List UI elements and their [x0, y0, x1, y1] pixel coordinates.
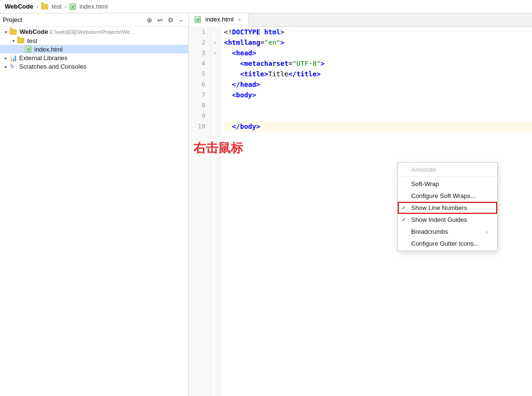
line-num-1: 1 [192, 27, 205, 37]
code-line-10: </body> [224, 121, 532, 132]
editor-area: H index.html × 1 2 3 4 5 6 7 8 9 10 [189, 13, 532, 396]
arrow-icon: › [486, 229, 488, 235]
line-num-7: 7 [192, 90, 205, 100]
line-num-9: 9 [192, 111, 205, 121]
checkmark-line-numbers: ✓ [402, 205, 406, 211]
line-num-2: 2 [192, 37, 205, 48]
expand-webcode[interactable]: ▾ [2, 28, 10, 36]
title-bar: WebCode › test › H index.html [0, 0, 532, 13]
ctx-show-indent-guides[interactable]: ✓ Show Indent Guides [398, 214, 497, 226]
ctx-configure-soft-wraps[interactable]: Configure Soft Wraps... [398, 190, 497, 202]
code-line-5: <title>Title</title> [224, 69, 532, 79]
line-num-3: 3 [192, 48, 205, 58]
breadcrumb-folder[interactable]: test [41, 3, 62, 10]
gutter-6 [211, 79, 220, 90]
expand-placeholder [17, 45, 25, 53]
gutter-9 [211, 111, 220, 121]
code-line-3: <head> [224, 48, 532, 58]
sidebar-item-indexhtml[interactable]: H index.html [0, 45, 188, 53]
fold-arrow-2[interactable]: ▾ [213, 40, 216, 45]
ctx-show-line-numbers-label: Show Line Numbers [411, 204, 467, 211]
sidebar-title: Project [3, 16, 143, 23]
breadcrumb-sep2: › [64, 3, 66, 10]
html-icon-sidebar: H [25, 46, 32, 52]
line-num-6: 6 [192, 79, 205, 90]
scratches-icon: ✎ [10, 63, 16, 70]
ctx-sep1 [398, 177, 497, 177]
code-line-7: <body> [224, 90, 532, 100]
tab-bar: H index.html × [189, 13, 532, 27]
ctx-annotate[interactable]: Annotate [398, 164, 497, 176]
html-icon-tab: H [194, 16, 201, 23]
ctx-annotate-label: Annotate [411, 166, 436, 173]
fold-arrow-3[interactable]: ▾ [213, 51, 216, 56]
ctx-configure-gutter-icons[interactable]: Configure Gutter Icons... [398, 238, 497, 250]
gutter-4 [211, 58, 220, 69]
split-icon[interactable]: ⇌ [156, 16, 164, 24]
sidebar-item-external-libs[interactable]: ▸ 📊 External Libraries [0, 53, 188, 62]
gear-icon[interactable]: ⚙ [166, 16, 175, 24]
expand-test[interactable]: ▾ [10, 37, 17, 44]
context-menu: Annotate Soft-Wrap Configure Soft Wraps.… [397, 162, 498, 251]
ctx-configure-gutter-icons-label: Configure Gutter Icons... [411, 240, 479, 247]
line-num-5: 5 [192, 69, 205, 79]
ctx-breadcrumbs-label: Breadcrumbs [411, 228, 448, 235]
ctx-show-line-numbers[interactable]: ✓ Show Line Numbers [398, 202, 497, 214]
line-num-8: 8 [192, 100, 205, 111]
breadcrumb-folder-label: test [52, 3, 62, 10]
sidebar-item-scratches[interactable]: ▸ ✎ Scratches and Consoles [0, 62, 188, 71]
app-name: WebCode [5, 3, 33, 10]
folder-icon [41, 4, 48, 10]
sidebar-item-test[interactable]: ▾ test [0, 36, 188, 45]
main-area: Project ⊕ ⇌ ⚙ – ▾ WebCode E:\web前端\Webst… [0, 13, 532, 396]
line-num-4: 4 [192, 58, 205, 69]
gutter-8 [211, 100, 220, 111]
tab-indexhtml[interactable]: H index.html × [189, 13, 249, 27]
ctx-breadcrumbs[interactable]: Breadcrumbs › [398, 226, 497, 238]
gutter-3[interactable]: ▾ [211, 48, 220, 58]
expand-extlib[interactable]: ▸ [2, 54, 10, 62]
checkmark-indent-guides: ✓ [402, 217, 406, 223]
webcode-label: WebCode E:\web前端\WebstormProjects\We... [20, 28, 134, 36]
globe-icon[interactable]: ⊕ [145, 16, 154, 24]
code-line-6: </head> [224, 79, 532, 90]
breadcrumb-sep1: › [36, 3, 38, 10]
ctx-soft-wrap-label: Soft-Wrap [411, 180, 439, 188]
line-num-10: 10 [192, 121, 205, 132]
ctx-configure-soft-wraps-label: Configure Soft Wraps... [411, 192, 476, 199]
gutter: ▾ ▾ [211, 27, 220, 396]
code-line-4: <meta charset="UTF-8"> [224, 58, 532, 69]
gutter-1 [211, 27, 220, 37]
library-icon: 📊 [10, 54, 16, 61]
breadcrumb-file[interactable]: H index.html [69, 3, 107, 10]
code-line-8 [224, 100, 532, 111]
breadcrumb-file-label: index.html [79, 3, 107, 10]
gutter-5 [211, 69, 220, 79]
sidebar-content: ▾ WebCode E:\web前端\WebstormProjects\We..… [0, 27, 188, 396]
ctx-soft-wrap[interactable]: Soft-Wrap [398, 178, 497, 190]
folder-icon-webcode [10, 29, 17, 35]
gutter-7 [211, 90, 220, 100]
scratches-label: Scratches and Consoles [19, 63, 86, 70]
indexhtml-label: index.html [34, 46, 63, 53]
code-line-1: <!DOCTYPE html> [224, 27, 532, 37]
expand-scratches[interactable]: ▸ [2, 63, 10, 70]
html-icon-bc: H [69, 3, 76, 10]
gutter-10 [211, 121, 220, 132]
minimize-icon[interactable]: – [177, 16, 185, 24]
sidebar-toolbar: Project ⊕ ⇌ ⚙ – [0, 13, 188, 27]
code-line-9 [224, 111, 532, 121]
gutter-2[interactable]: ▾ [211, 37, 220, 48]
sidebar-item-webcode[interactable]: ▾ WebCode E:\web前端\WebstormProjects\We..… [0, 28, 188, 36]
code-line-2: <html lang="en"> [224, 37, 532, 48]
tab-close-button[interactable]: × [236, 16, 243, 23]
folder-icon-test [17, 38, 24, 43]
test-label: test [27, 37, 37, 44]
tab-label: index.html [205, 16, 234, 23]
ctx-show-indent-guides-label: Show Indent Guides [411, 216, 467, 223]
sidebar: Project ⊕ ⇌ ⚙ – ▾ WebCode E:\web前端\Webst… [0, 13, 189, 396]
line-numbers: 1 2 3 4 5 6 7 8 9 10 [189, 27, 211, 396]
extlib-label: External Libraries [19, 54, 67, 62]
